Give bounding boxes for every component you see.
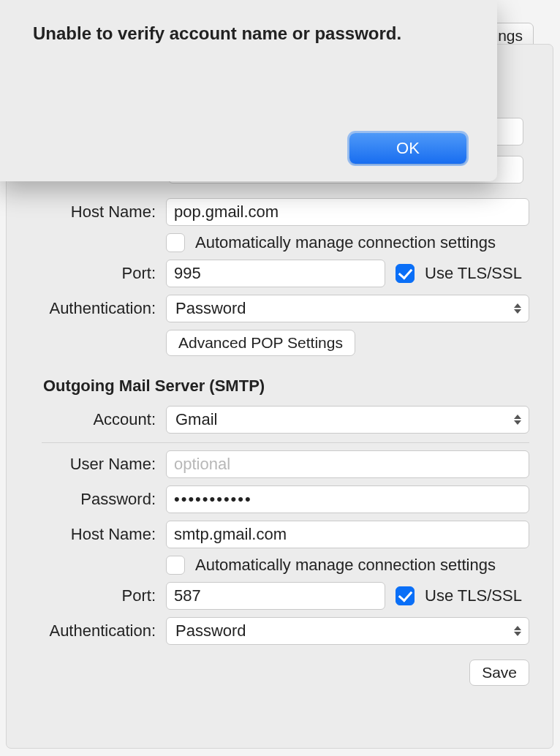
advanced-pop-settings-button[interactable]: Advanced POP Settings: [166, 330, 355, 356]
advanced-pop-settings-label: Advanced POP Settings: [178, 334, 343, 352]
smtp-tls-checkbox[interactable]: [396, 586, 415, 605]
smtp-user-label: User Name:: [7, 455, 166, 474]
incoming-auth-select[interactable]: Password: [166, 295, 529, 322]
smtp-password-field[interactable]: [166, 485, 529, 513]
ok-label: OK: [396, 139, 420, 158]
incoming-host-label: Host Name:: [7, 203, 166, 222]
chevron-updown-icon: [512, 303, 523, 314]
smtp-password-label: Password:: [7, 490, 166, 509]
incoming-auth-label: Authentication:: [7, 299, 166, 318]
save-button[interactable]: Save: [469, 659, 529, 686]
smtp-auto-manage-label: Automatically manage connection settings: [195, 556, 496, 575]
chevron-updown-icon: [512, 626, 523, 636]
smtp-host-field[interactable]: [166, 521, 529, 548]
smtp-auth-label: Authentication:: [7, 621, 166, 640]
smtp-account-value: Gmail: [175, 410, 217, 429]
incoming-port-label: Port:: [7, 264, 166, 283]
smtp-user-field[interactable]: [166, 450, 529, 478]
tab-label-partial: ngs: [498, 27, 523, 45]
separator: [42, 442, 529, 443]
save-label: Save: [482, 664, 517, 681]
incoming-tls-checkbox[interactable]: [396, 264, 415, 283]
alert-title: Unable to verify account name or passwor…: [33, 23, 472, 44]
smtp-tls-label: Use TLS/SSL: [425, 586, 522, 605]
incoming-tls-label: Use TLS/SSL: [425, 264, 522, 283]
smtp-account-label: Account:: [7, 410, 166, 429]
smtp-auth-value: Password: [175, 621, 246, 640]
incoming-host-field[interactable]: [166, 198, 529, 226]
smtp-account-select[interactable]: Gmail: [166, 406, 529, 434]
smtp-auth-select[interactable]: Password: [166, 617, 529, 645]
alert-sheet: Unable to verify account name or passwor…: [0, 0, 497, 181]
smtp-auto-manage-checkbox[interactable]: [166, 556, 185, 575]
smtp-section-title: Outgoing Mail Server (SMTP): [7, 363, 553, 398]
chevron-updown-icon: [512, 415, 523, 425]
incoming-port-field[interactable]: [166, 260, 385, 287]
incoming-auth-value: Password: [175, 299, 246, 318]
incoming-auto-manage-label: Automatically manage connection settings: [195, 233, 496, 252]
smtp-port-label: Port:: [7, 586, 166, 605]
smtp-port-field[interactable]: [166, 582, 385, 610]
smtp-host-label: Host Name:: [7, 525, 166, 544]
incoming-auto-manage-checkbox[interactable]: [166, 233, 185, 252]
ok-button[interactable]: OK: [349, 133, 466, 164]
